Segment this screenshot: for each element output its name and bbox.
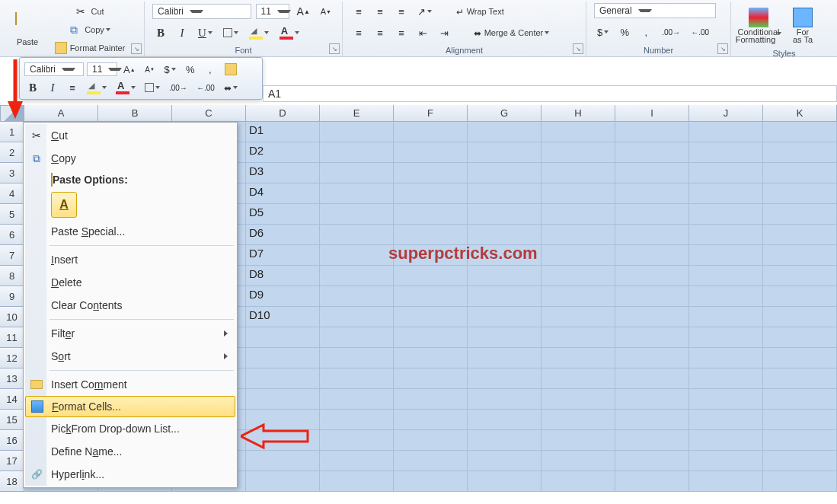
row-header[interactable]: 7	[0, 245, 24, 266]
ctx-paste-special[interactable]: Paste Special...	[25, 220, 235, 243]
cell[interactable]	[468, 266, 541, 286]
row-header[interactable]: 16	[0, 430, 24, 451]
cell[interactable]	[763, 245, 837, 266]
decrease-decimal-button[interactable]: ←.00	[688, 24, 712, 40]
mini-increase-font-button[interactable]: A▲	[120, 62, 139, 77]
row-header[interactable]: 4	[0, 183, 24, 204]
cell[interactable]	[689, 122, 763, 142]
cell[interactable]	[246, 471, 320, 492]
font-color-button[interactable]	[276, 24, 302, 41]
cell[interactable]	[468, 410, 541, 430]
comma-format-button[interactable]: ,	[637, 24, 654, 40]
ctx-insert[interactable]: Insert	[25, 248, 235, 271]
align-right-button[interactable]: ≡	[393, 24, 410, 41]
cell[interactable]	[689, 204, 763, 225]
percent-format-button[interactable]: %	[616, 24, 633, 40]
cell[interactable]	[763, 389, 837, 410]
cell[interactable]	[468, 142, 541, 163]
column-header[interactable]: J	[689, 105, 763, 122]
cell[interactable]	[468, 327, 541, 348]
cell[interactable]	[394, 307, 468, 327]
cell[interactable]	[541, 286, 615, 307]
cell[interactable]	[615, 430, 689, 451]
cell[interactable]: D2	[246, 142, 320, 163]
cell[interactable]	[763, 348, 837, 368]
decrease-indent-button[interactable]: ⇤	[414, 24, 431, 41]
number-launcher-icon[interactable]: ↘	[717, 43, 728, 54]
ctx-clear-contents[interactable]: Clear Contents	[25, 294, 235, 317]
cell[interactable]	[763, 327, 837, 348]
mini-size-combo[interactable]: 11	[87, 62, 117, 76]
cell[interactable]	[394, 286, 468, 307]
cell[interactable]	[320, 368, 394, 389]
fill-color-button[interactable]	[246, 24, 272, 41]
italic-button[interactable]	[174, 24, 190, 41]
cell[interactable]	[320, 451, 394, 471]
cell[interactable]	[763, 225, 837, 245]
cell[interactable]	[689, 266, 763, 286]
cell[interactable]	[541, 122, 615, 142]
cell[interactable]: D8	[246, 266, 320, 286]
cell[interactable]: D5	[246, 204, 320, 225]
ctx-copy[interactable]: Copy	[25, 147, 235, 170]
row-header[interactable]: 9	[0, 286, 24, 307]
cell[interactable]	[763, 183, 837, 204]
copy-button[interactable]: Copy	[52, 21, 128, 38]
align-top-button[interactable]: ≡	[350, 3, 367, 20]
cell[interactable]	[468, 430, 541, 451]
ctx-sort[interactable]: Sort	[25, 345, 235, 368]
cell[interactable]	[615, 163, 689, 183]
formula-bar[interactable]: A1	[263, 85, 837, 102]
ctx-format-cells[interactable]: Format Cells...	[25, 396, 235, 417]
cell[interactable]	[320, 430, 394, 451]
row-header[interactable]: 13	[0, 368, 24, 389]
align-bottom-button[interactable]: ≡	[393, 3, 410, 20]
clipboard-launcher-icon[interactable]: ↘	[131, 43, 142, 54]
row-header[interactable]: 12	[0, 348, 24, 368]
cell[interactable]	[246, 327, 320, 348]
cell[interactable]	[394, 204, 468, 225]
ctx-hyperlink[interactable]: Hyperlink...	[25, 463, 235, 486]
cell[interactable]	[763, 142, 837, 163]
mini-comma-button[interactable]: ,	[202, 62, 219, 77]
cell[interactable]	[763, 368, 837, 389]
merge-center-button[interactable]: Merge & Center	[471, 24, 552, 41]
cell[interactable]	[246, 451, 320, 471]
cell[interactable]	[468, 471, 541, 492]
cell[interactable]	[468, 451, 541, 471]
cell[interactable]	[541, 225, 615, 245]
cell[interactable]	[468, 204, 541, 225]
mini-italic-button[interactable]	[44, 80, 61, 95]
mini-decrease-decimal-button[interactable]: ←.00	[193, 80, 218, 95]
cell[interactable]	[541, 368, 615, 389]
accounting-format-button[interactable]: $	[594, 24, 612, 40]
cell[interactable]: D4	[246, 183, 320, 204]
cell[interactable]	[320, 389, 394, 410]
cell[interactable]	[689, 163, 763, 183]
wrap-text-button[interactable]: Wrap Text	[453, 3, 507, 20]
cell[interactable]	[320, 245, 394, 266]
cell[interactable]	[541, 163, 615, 183]
cell[interactable]	[615, 225, 689, 245]
cell[interactable]	[541, 183, 615, 204]
cell[interactable]	[689, 307, 763, 327]
cell[interactable]	[541, 389, 615, 410]
mini-decrease-font-button[interactable]: A▼	[142, 62, 158, 77]
cell[interactable]	[541, 430, 615, 451]
underline-button[interactable]	[195, 24, 216, 41]
cell[interactable]: D1	[246, 122, 320, 142]
column-header[interactable]: D	[246, 105, 320, 122]
cell[interactable]	[763, 163, 837, 183]
cell[interactable]	[541, 266, 615, 286]
mini-percent-button[interactable]: %	[182, 62, 199, 77]
cell[interactable]	[615, 245, 689, 266]
format-as-table-button[interactable]: For as Ta	[783, 3, 823, 49]
row-header[interactable]: 17	[0, 451, 24, 471]
cell[interactable]	[468, 163, 541, 183]
font-size-combo[interactable]: 11	[256, 4, 289, 19]
cell[interactable]	[394, 183, 468, 204]
cell[interactable]	[468, 286, 541, 307]
cell[interactable]	[541, 451, 615, 471]
cell[interactable]	[763, 430, 837, 451]
cell[interactable]	[394, 225, 468, 245]
